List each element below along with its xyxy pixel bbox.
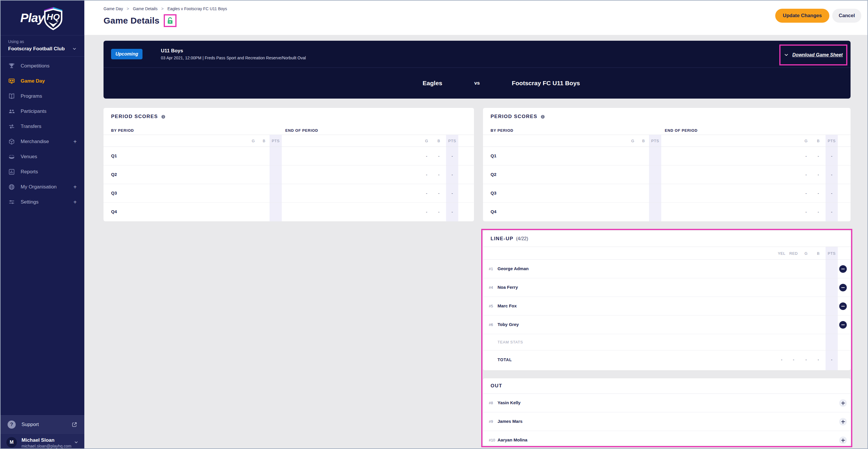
sidebar-item-participants[interactable]: Participants: [1, 104, 84, 119]
cancel-button[interactable]: Cancel: [832, 9, 861, 23]
total-pts: -: [826, 357, 838, 362]
sidebar-item-label: My Organisation: [21, 184, 57, 190]
col-b: B: [812, 251, 825, 256]
sidebar-item-competitions[interactable]: Competitions: [1, 58, 84, 73]
support-label: Support: [22, 422, 39, 427]
breadcrumb-current: Eagles v Footscray FC U11 Boys: [167, 6, 227, 11]
remove-player-button[interactable]: [839, 284, 847, 291]
sidebar-item-transfers[interactable]: Transfers: [1, 119, 84, 134]
col-b: B: [638, 139, 650, 143]
sidebar-item-my-organisation[interactable]: My Organisation +: [1, 179, 84, 194]
period-row: Q2 - - -: [483, 166, 850, 184]
end-pts-value: -: [826, 154, 838, 158]
breadcrumb-game-day[interactable]: Game Day: [103, 6, 123, 11]
lineup-count: (4/22): [516, 236, 528, 241]
sidebar-item-game-day[interactable]: Game Day: [1, 73, 84, 89]
expand-plus[interactable]: +: [73, 139, 77, 145]
sidebar-item-settings[interactable]: Settings +: [1, 194, 84, 210]
period-row: Q3 - - -: [483, 184, 850, 203]
sidebar-item-venues[interactable]: Venues: [1, 149, 84, 164]
lineup-player-row: #5 Marc Fox: [483, 297, 850, 316]
end-b-value: -: [433, 173, 445, 177]
player-name: Noa Ferry: [498, 285, 518, 290]
sidebar-item-label: Venues: [21, 154, 37, 160]
org-switcher[interactable]: Using as Footscray Football Club: [1, 35, 84, 57]
sidebar-spacer: [1, 210, 84, 415]
update-changes-button[interactable]: Update Changes: [775, 9, 829, 23]
team-stats-row: TEAM STATS: [483, 334, 850, 351]
end-g-value: -: [421, 191, 433, 196]
period-scores-title: PERIOD SCORES: [491, 114, 537, 120]
home-team-name: Eagles: [103, 80, 474, 87]
player-name: Marc Fox: [498, 303, 517, 308]
sidebar-item-label: Game Day: [21, 78, 45, 84]
col-g: G: [247, 139, 259, 143]
info-icon[interactable]: [161, 114, 166, 119]
period-label: Q1: [111, 153, 117, 158]
column-header-row: G B PTS G B PTS: [483, 134, 850, 147]
playhq-logo[interactable]: Play HQ: [1, 1, 84, 35]
info-icon[interactable]: [540, 114, 545, 119]
download-game-sheet-link[interactable]: Download Game Sheet: [793, 52, 843, 58]
col-b: B: [258, 139, 270, 143]
expand-plus[interactable]: +: [73, 199, 77, 206]
expand-plus[interactable]: +: [73, 184, 77, 190]
remove-player-button[interactable]: [839, 265, 847, 273]
add-player-button[interactable]: [839, 418, 847, 425]
add-player-button[interactable]: [839, 399, 847, 407]
unlock-highlight-box[interactable]: [164, 14, 177, 27]
out-player-row: #9 James Mars: [483, 412, 850, 431]
player-name: Toby Grey: [498, 322, 519, 327]
sidebar-item-label: Merchandise: [21, 139, 49, 145]
end-g-value: -: [800, 173, 812, 177]
user-name: Michael Sloan: [22, 437, 71, 444]
period-row: Q2 - - -: [103, 166, 474, 184]
player-number: #6: [489, 323, 493, 327]
column-header-row: G B PTS G B PTS: [103, 134, 474, 147]
period-row: Q1 - - -: [103, 147, 474, 166]
user-menu[interactable]: M Michael Sloan michael.sloan@playhq.com: [1, 433, 84, 448]
sidebar-item-merchandise[interactable]: Merchandise +: [1, 134, 84, 149]
period-label: Q4: [491, 209, 496, 214]
out-player-row: #10 Aaryan Molina: [483, 431, 850, 446]
chevron-down-icon: [72, 47, 77, 51]
game-banner: Upcoming U11 Boys 03 Apr 2021, 12:00PM |…: [103, 41, 850, 98]
breadcrumb-game-details[interactable]: Game Details: [133, 6, 158, 11]
lineup-panel: LINE-UP (4/22) YEL RED G B PTS: [483, 231, 850, 370]
unlocked-icon: [166, 17, 174, 25]
col-pts: PTS: [826, 139, 838, 143]
end-pts-value: -: [446, 210, 458, 214]
end-b-value: -: [812, 191, 825, 196]
end-g-value: -: [421, 173, 433, 177]
sidebar-item-programs[interactable]: Programs: [1, 89, 84, 104]
page-header: Game Day > Game Details > Eagles v Foots…: [84, 1, 867, 35]
support-link[interactable]: ? Support: [1, 415, 84, 433]
add-player-button[interactable]: [839, 437, 847, 444]
total-red: -: [787, 357, 800, 362]
total-g: -: [800, 357, 812, 362]
col-g: G: [421, 139, 433, 143]
page-title: Game Details: [103, 16, 160, 26]
remove-player-button[interactable]: [839, 321, 847, 329]
end-b-value: -: [433, 210, 445, 214]
sidebar-item-label: Programs: [21, 93, 42, 99]
remove-player-button[interactable]: [839, 302, 847, 310]
svg-text:HQ: HQ: [47, 12, 60, 22]
end-b-value: -: [433, 191, 445, 196]
player-name: George Adman: [498, 266, 529, 271]
total-label: TOTAL: [498, 357, 512, 362]
trophy-icon: [8, 62, 15, 69]
end-pts-value: -: [446, 154, 458, 158]
sidebar-item-label: Reports: [21, 169, 38, 175]
stadium-icon: [8, 153, 15, 160]
player-number: #8: [489, 401, 493, 405]
col-g: G: [627, 139, 639, 143]
end-b-value: -: [812, 210, 825, 214]
status-badge: Upcoming: [111, 49, 143, 59]
sidebar: Play HQ Using as Footscray Football Club: [1, 1, 84, 448]
end-pts-value: -: [826, 173, 838, 177]
total-b: -: [812, 357, 825, 362]
download-game-sheet-highlight-box[interactable]: Download Game Sheet: [779, 44, 847, 65]
col-pts: PTS: [826, 251, 838, 256]
sidebar-item-reports[interactable]: Reports: [1, 164, 84, 179]
